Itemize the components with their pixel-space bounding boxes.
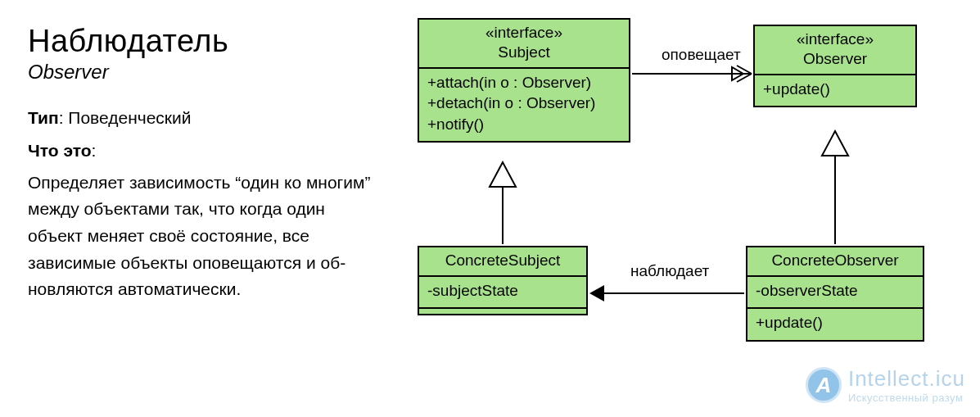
uml-diagram: «interface» Subject +attach(in o : Obser… [385, 0, 980, 417]
pattern-title: Наблюдатель [28, 25, 372, 59]
pattern-subtitle: Observer [28, 61, 372, 84]
uml-class-concrete-observer: ConcreteObserver -observerState +update(… [746, 246, 924, 342]
uml-class-concrete-subject: ConcreteSubject -subjectState [418, 246, 588, 315]
info-panel: Наблюдатель Observer Тип: Поведенческий … [28, 25, 372, 303]
uml-methods: +update() [747, 309, 923, 340]
uml-methods [419, 309, 586, 314]
uml-header: «interface» Subject [419, 20, 629, 69]
svg-line-1 [737, 66, 752, 74]
uml-method: +detach(in o : Observer) [427, 93, 621, 114]
uml-classname: ConcreteSubject [426, 251, 580, 270]
type-value: Поведенческий [68, 108, 191, 127]
uml-method: +update() [763, 79, 907, 100]
svg-marker-5 [490, 162, 516, 187]
pattern-description: Определяет зависимость “один ко многим” … [28, 170, 372, 303]
what-line: Что это: [28, 138, 372, 165]
svg-marker-8 [822, 131, 848, 156]
uml-classname: Subject [426, 43, 622, 62]
uml-methods: +attach(in o : Observer) +detach(in o : … [419, 69, 629, 142]
uml-method: +attach(in o : Observer) [427, 72, 621, 93]
uml-stereotype: «interface» [426, 23, 622, 43]
uml-attrs: -observerState [747, 277, 923, 310]
pattern-type-line: Тип: Поведенческий [28, 105, 372, 132]
uml-methods: +update() [755, 75, 915, 107]
svg-line-2 [737, 74, 752, 82]
uml-classname: Observer [761, 49, 909, 69]
uml-attrs: -subjectState [419, 277, 586, 310]
uml-attr: -subjectState [427, 280, 578, 301]
uml-stereotype: «interface» [761, 29, 909, 49]
uml-class-subject: «interface» Subject +attach(in o : Obser… [418, 18, 630, 143]
uml-method: +notify() [427, 114, 621, 135]
uml-method: +update() [756, 312, 915, 333]
uml-class-observer: «interface» Observer +update() [753, 25, 917, 107]
uml-header: ConcreteObserver [747, 247, 923, 277]
rel-label-observes: наблюдает [630, 262, 709, 280]
uml-header: ConcreteSubject [419, 247, 586, 277]
uml-attr: -observerState [756, 280, 915, 301]
svg-marker-11 [589, 285, 604, 301]
uml-classname: ConcreteObserver [754, 251, 916, 270]
uml-header: «interface» Observer [755, 26, 915, 75]
type-label: Тип [28, 108, 59, 127]
rel-label-notifies: оповещает [662, 46, 741, 64]
what-label: Что это [28, 141, 92, 160]
